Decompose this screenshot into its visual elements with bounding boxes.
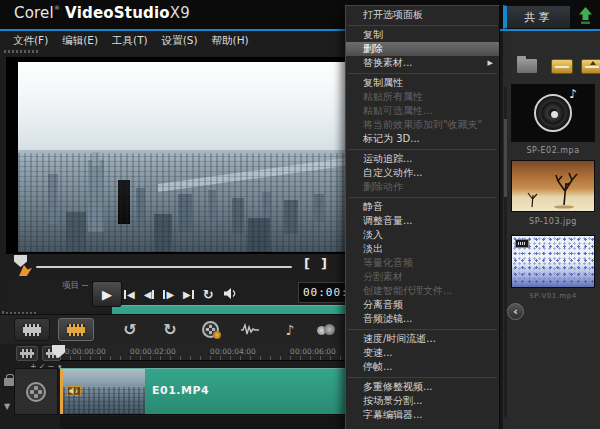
undo-button[interactable]: ↺ (118, 318, 142, 341)
auto-music-button[interactable]: ♪ (278, 318, 302, 341)
menu-item-split-clip: 分割素材 (346, 270, 499, 284)
show-all-tracks-button[interactable] (16, 346, 38, 361)
next-frame-button[interactable]: ▶ (163, 289, 174, 300)
menu-item-freeze-frame[interactable]: 停帧... (346, 360, 499, 374)
menu-item-remove-motion: 删除动作 (346, 180, 499, 194)
menu-item-split-audio[interactable]: 分离音频 (346, 298, 499, 312)
ruler-tick: 00:00:04:00 (210, 347, 256, 356)
preview-scrubber: [ ] (6, 254, 345, 278)
menu-help[interactable]: 帮助(H) (212, 34, 249, 48)
music-note-icon: ♪ (286, 322, 295, 338)
library-item-name: SP-E02.mpa (503, 146, 600, 155)
video-badge-icon (515, 239, 529, 248)
panel-grip[interactable] (4, 50, 38, 53)
menu-item-copy[interactable]: 复制 (346, 28, 499, 42)
menu-item-audio-filter[interactable]: 音频滤镜... (346, 312, 499, 326)
menu-settings[interactable]: 设置(S) (162, 34, 198, 48)
trim-marker-icon[interactable] (19, 265, 32, 276)
redo-button[interactable]: ↻ (158, 318, 182, 341)
brand-corel: Corel (14, 4, 54, 22)
scrubber-handle-icon[interactable] (14, 255, 27, 267)
repeat-button[interactable]: ↻ (203, 287, 214, 302)
menu-item-open-options-panel[interactable]: 打开选项面板 (346, 8, 499, 22)
brand-product: VideoStudio (65, 4, 170, 22)
go-to-end-button[interactable]: ▶ (183, 289, 194, 300)
menu-tools[interactable]: 工具(T) (112, 34, 148, 48)
track-manager-icon[interactable] (4, 378, 14, 386)
mark-out-button[interactable]: ] (321, 256, 327, 271)
menu-item-add-effect-to-favorites: 将当前效果添加到"收藏夹" (346, 118, 499, 132)
menu-item-create-smart-proxy: 创建智能代理文件... (346, 284, 499, 298)
scrollbar-thumb[interactable] (504, 119, 507, 197)
waveform-icon (240, 323, 260, 337)
ruler-tick: 00:00:06:00 (290, 347, 336, 356)
ruler-tick: 00:00:00:00 (60, 347, 106, 356)
back-chevron-icon: ‹ (513, 306, 518, 317)
menu-item-motion-tracking[interactable]: 运动追踪... (346, 152, 499, 166)
tab-share[interactable]: 共享 (503, 5, 571, 29)
collapse-chevron-icon[interactable]: ▼ (4, 402, 10, 411)
folder-icon[interactable] (517, 59, 537, 73)
menu-item-customize-motion[interactable]: 自定义动作... (346, 166, 499, 180)
menu-item-replace-clip[interactable]: 替换素材...▶ (346, 56, 499, 70)
tab-share-label: 共享 (525, 10, 553, 25)
play-icon: ▶ (102, 287, 112, 302)
clip-thumbnail (63, 369, 145, 414)
menu-item-speed-time-lapse[interactable]: 速度/时间流逝... (346, 332, 499, 346)
transport-bar: 项目 素材 ▶ ◀ ◀ ▶ ▶ ↻ 00:00:00:00 (6, 278, 345, 312)
import-media-icon[interactable] (551, 59, 573, 74)
menu-item-tag-as-3d[interactable]: 标记为 3D... (346, 132, 499, 146)
menu-file[interactable]: 文件(F) (13, 34, 48, 48)
storyboard-view-button[interactable] (14, 318, 50, 341)
menu-item-copy-attributes[interactable]: 复制属性 (346, 76, 499, 90)
film-reel-icon (202, 321, 219, 338)
volume-icon[interactable] (223, 285, 238, 304)
app-logo: Corel®VideoStudioX9 (14, 4, 190, 22)
menu-item-variable-speed[interactable]: 变速... (346, 346, 499, 360)
timeline-icon (67, 324, 85, 336)
menu-item-subtitle-editor[interactable]: 字幕编辑器... (346, 408, 499, 422)
menu-item-split-by-scene[interactable]: 按场景分割... (346, 394, 499, 408)
redo-icon: ↻ (163, 320, 176, 339)
submenu-arrow-icon: ▶ (488, 56, 493, 70)
library-item-image[interactable] (511, 160, 595, 212)
sound-mixer-button[interactable] (238, 318, 262, 341)
video-track-header[interactable] (14, 368, 58, 415)
library-item-video[interactable] (511, 235, 595, 288)
title-bar: Corel®VideoStudioX9 共享 (0, 0, 600, 29)
mode-project-label[interactable]: 项目 (52, 280, 88, 292)
go-to-start-button[interactable]: ◀ (124, 289, 135, 300)
motion-tracking-button[interactable] (314, 318, 338, 341)
filmstrip-icon (20, 349, 34, 358)
media-library-panel: ♪ SP-E02.mpa SP-103.jpg SP-V01.mp4 ‹ (500, 31, 600, 429)
menu-item-fade-out[interactable]: 淡出 (346, 242, 499, 256)
transport-controls: ◀ ◀ ▶ ▶ ↻ (124, 285, 238, 303)
library-scrollbar[interactable] (504, 87, 507, 417)
menu-item-paste-all-attributes: 粘贴所有属性 (346, 90, 499, 104)
menu-item-fade-in[interactable]: 淡入 (346, 228, 499, 242)
video-preview[interactable] (18, 62, 345, 252)
library-item-audio[interactable]: ♪ (511, 84, 595, 142)
menu-item-mute[interactable]: 静音 (346, 200, 499, 214)
record-capture-button[interactable] (198, 318, 222, 341)
library-item-name: SP-103.jpg (503, 217, 600, 226)
menu-item-multi-trim-video[interactable]: 多重修整视频... (346, 380, 499, 394)
library-toolbar (503, 55, 600, 81)
context-menu: 打开选项面板 复制 删除 替换素材...▶ 复制属性 粘贴所有属性 粘贴可选属性… (345, 5, 500, 429)
menu-item-delete[interactable]: 删除 (346, 42, 499, 56)
video-track-icon (26, 382, 46, 402)
play-button[interactable]: ▶ (92, 281, 122, 307)
green-arrow-icon[interactable] (577, 6, 594, 25)
ruler-tick: 00:00:02:00 (130, 347, 176, 356)
menu-edit[interactable]: 编辑(E) (62, 34, 98, 48)
playback-mode: 项目 素材 (52, 280, 88, 292)
timeline-view-button[interactable] (58, 318, 94, 341)
scrubber-track[interactable] (36, 266, 292, 268)
menu-bar: 文件(F) 编辑(E) 工具(T) 设置(S) 帮助(H) (0, 31, 360, 50)
previous-frame-button[interactable]: ◀ (144, 289, 155, 300)
export-media-icon[interactable] (581, 59, 600, 74)
mark-in-button[interactable]: [ (304, 256, 310, 271)
collapse-panel-button[interactable]: ‹ (507, 303, 524, 320)
storyboard-icon (23, 324, 41, 336)
menu-item-adjust-volume[interactable]: 调整音量... (346, 214, 499, 228)
